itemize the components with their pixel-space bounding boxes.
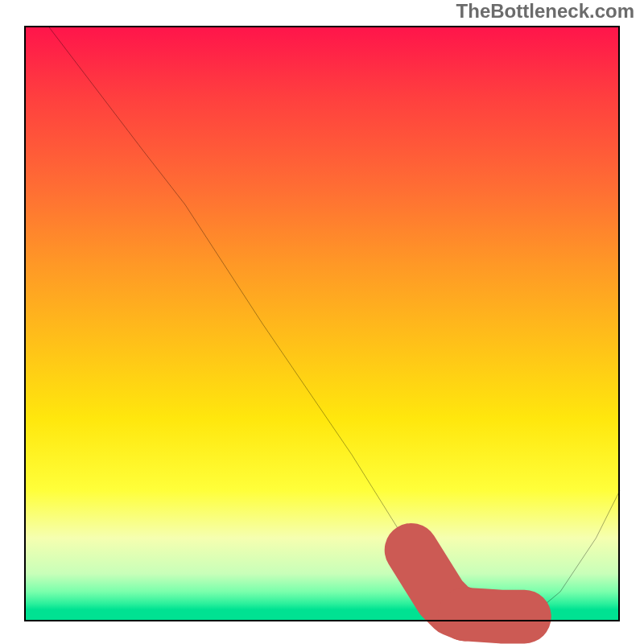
main-curve <box>48 26 620 621</box>
watermark-text: TheBottleneck.com <box>456 0 634 23</box>
highlight-dashed-segment <box>465 614 525 617</box>
line-layer <box>24 26 620 621</box>
plot-area <box>24 26 620 621</box>
chart-container: TheBottleneck.com <box>0 0 644 644</box>
